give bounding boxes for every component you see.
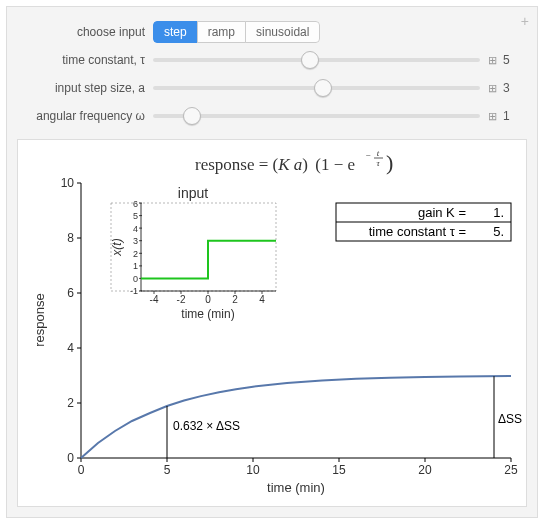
svg-text:input: input	[178, 185, 208, 201]
expand-icon[interactable]: +	[521, 13, 529, 29]
svg-text:-1: -1	[130, 286, 138, 296]
svg-text:5: 5	[133, 211, 138, 221]
svg-text:2: 2	[133, 249, 138, 259]
chart-area: response = (K a) (1 − e − t τ )	[17, 139, 527, 507]
svg-text:4: 4	[259, 294, 265, 305]
svg-text:-2: -2	[177, 294, 186, 305]
a-label: input step size, a	[17, 81, 153, 95]
response-curve	[81, 376, 511, 458]
svg-text:4: 4	[133, 224, 138, 234]
params-box: gain K = 1. time constant τ = 5.	[336, 203, 511, 241]
svg-text:0: 0	[133, 274, 138, 284]
a-value: 3	[503, 81, 527, 95]
svg-text:0: 0	[67, 451, 74, 465]
svg-text:1: 1	[133, 261, 138, 271]
svg-text:0: 0	[78, 463, 85, 477]
row-a: input step size, a ⊞ 3	[17, 77, 527, 99]
step-button[interactable]: step	[153, 21, 198, 43]
tau-slider-expand-icon[interactable]: ⊞	[488, 54, 497, 67]
svg-text:): )	[386, 150, 393, 175]
main-xlabel: time (min)	[267, 480, 325, 495]
tau-value: 5	[503, 53, 527, 67]
svg-text:20: 20	[418, 463, 432, 477]
w-value: 1	[503, 109, 527, 123]
inset-plot: input -4 -2 0 2 4	[110, 185, 276, 321]
svg-text:−: −	[365, 150, 370, 160]
w-label: angular frequency ω	[17, 109, 153, 123]
svg-text:1.: 1.	[493, 205, 504, 220]
row-tau: time constant, τ ⊞ 5	[17, 49, 527, 71]
row-w: angular frequency ω ⊞ 1	[17, 105, 527, 127]
svg-text:25: 25	[504, 463, 518, 477]
svg-text:x(t): x(t)	[110, 238, 124, 256]
svg-text:5: 5	[164, 463, 171, 477]
svg-text:4: 4	[67, 341, 74, 355]
ramp-button[interactable]: ramp	[197, 21, 246, 43]
svg-text:10: 10	[246, 463, 260, 477]
equation-title: response = (K a) (1 − e − t τ )	[195, 148, 393, 175]
svg-text:15: 15	[332, 463, 346, 477]
main-chart: response = (K a) (1 − e − t τ )	[26, 148, 524, 498]
choose-input-label: choose input	[17, 25, 153, 39]
svg-text:-4: -4	[150, 294, 159, 305]
svg-text:8: 8	[67, 231, 74, 245]
tau-marker-label: 0.632 × ΔSS	[173, 419, 240, 433]
a-slider-expand-icon[interactable]: ⊞	[488, 82, 497, 95]
svg-text:10: 10	[61, 176, 75, 190]
input-type-buttons: step ramp sinusoidal	[153, 21, 320, 43]
ss-marker-label: ΔSS	[498, 412, 522, 426]
tau-slider[interactable]	[153, 58, 480, 62]
main-ylabel: response	[32, 293, 47, 346]
w-slider[interactable]	[153, 114, 480, 118]
svg-text:t: t	[377, 148, 380, 158]
controls-panel: + choose input step ramp sinusoidal time…	[6, 6, 538, 518]
w-slider-expand-icon[interactable]: ⊞	[488, 110, 497, 123]
svg-text:gain K =: gain K =	[418, 205, 466, 220]
svg-text:5.: 5.	[493, 224, 504, 239]
svg-text:2: 2	[67, 396, 74, 410]
svg-text:0: 0	[205, 294, 211, 305]
tau-label: time constant, τ	[17, 53, 153, 67]
svg-text:6: 6	[133, 199, 138, 209]
svg-text:response = (K a)
          (1 : response = (K a) (1 − e	[195, 155, 355, 174]
row-choose-input: choose input step ramp sinusoidal	[17, 21, 527, 43]
a-slider[interactable]	[153, 86, 480, 90]
svg-text:time (min): time (min)	[181, 307, 234, 321]
svg-text:2: 2	[232, 294, 238, 305]
svg-text:time constant  τ =: time constant τ =	[369, 224, 466, 239]
svg-text:3: 3	[133, 236, 138, 246]
svg-text:6: 6	[67, 286, 74, 300]
svg-text:τ: τ	[376, 158, 380, 168]
sinusoidal-button[interactable]: sinusoidal	[245, 21, 320, 43]
